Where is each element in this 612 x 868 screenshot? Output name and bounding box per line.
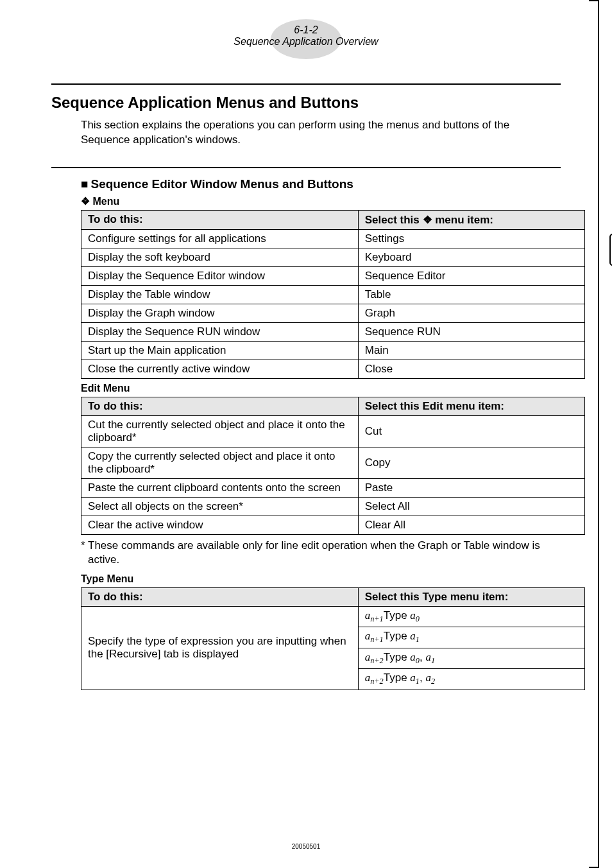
table-row: Clear the active windowClear All [81, 516, 585, 534]
var: a [410, 609, 416, 621]
table-row: Specify the type of expression you are i… [81, 607, 585, 627]
main-heading: Sequence Application Menus and Buttons [51, 94, 561, 112]
cell: Keyboard [358, 248, 584, 266]
sub: 2 [431, 677, 435, 686]
section-heading: ■Sequence Editor Window Menus and Button… [81, 177, 561, 191]
cell: an+2Type a0, a1 [358, 648, 584, 668]
cell: Display the Table window [81, 285, 359, 304]
txt: Type [384, 609, 411, 621]
table-row: Copy the currently selected object and p… [81, 447, 585, 478]
cell: an+1Type a0 [358, 607, 584, 627]
cell: Sequence Editor [358, 266, 584, 285]
cell: an+2Type a1, a2 [358, 669, 584, 690]
var: a [365, 672, 371, 684]
txt: , [420, 651, 425, 663]
page-right-rule [598, 0, 599, 868]
edit-table-col1: To do this: [81, 397, 359, 415]
divider [51, 83, 561, 85]
menu-table-col1: To do this: [81, 210, 359, 229]
sub: 1 [431, 656, 435, 665]
table-row: Display the Graph windowGraph [81, 304, 585, 322]
cell: Display the Sequence Editor window [81, 266, 359, 285]
table-row: Display the soft keyboardKeyboard [81, 248, 585, 266]
cell: an+1Type a1 [358, 627, 584, 648]
square-bullet-icon: ■ [81, 177, 88, 191]
var: a [365, 609, 371, 621]
cell: Sequence RUN [358, 322, 584, 341]
cell: Paste the current clipboard contents ont… [81, 478, 359, 497]
menu-subheading: ❖ Menu [81, 195, 561, 207]
var: a [410, 651, 416, 663]
sub: n+2 [370, 677, 384, 686]
edit-table: To do this: Select this Edit menu item: … [81, 397, 585, 535]
type-table-col2: Select this Type menu item: [358, 588, 584, 607]
txt: Type [384, 672, 411, 684]
table-row: Start up the Main applicationMain [81, 341, 585, 360]
sub: 0 [416, 614, 420, 623]
var: a [410, 630, 416, 642]
var: a [425, 651, 431, 663]
cell: Cut [358, 415, 584, 447]
cell: Graph [358, 304, 584, 322]
table-row: Display the Sequence Editor windowSequen… [81, 266, 585, 285]
section-heading-text: Sequence Editor Window Menus and Buttons [90, 177, 353, 191]
var: a [365, 630, 371, 642]
page-header-title: Sequence Application Overview [51, 36, 561, 48]
footer-id: 20050501 [292, 843, 321, 850]
cell: Select all objects on the screen* [81, 497, 359, 516]
cell: Configure settings for all applications [81, 229, 359, 248]
edit-footnote: * These commands are available only for … [81, 539, 561, 567]
table-row: Display the Sequence RUN windowSequence … [81, 322, 585, 341]
cell: Copy the currently selected object and p… [81, 447, 359, 478]
sub: n+2 [370, 656, 384, 665]
var: a [410, 672, 416, 684]
cell: Select All [358, 497, 584, 516]
menu-table-col2: Select this ❖ menu item: [358, 210, 584, 229]
table-row: Cut the currently selected object and pl… [81, 415, 585, 447]
sub: n+1 [370, 614, 384, 623]
page-corner-top [589, 0, 599, 10]
cell: Start up the Main application [81, 341, 359, 360]
cell: Clear All [358, 516, 584, 534]
cell: Cut the currently selected object and pl… [81, 415, 359, 447]
type-table-col1: To do this: [81, 588, 359, 607]
leaf-icon: ❖ [423, 214, 432, 226]
calculator-icon [609, 234, 612, 266]
col2-post: menu item: [432, 214, 493, 226]
cell: Display the soft keyboard [81, 248, 359, 266]
var: a [365, 651, 371, 663]
cell: Display the Graph window [81, 304, 359, 322]
type-subheading: Type Menu [81, 573, 561, 585]
menu-subheading-text: Menu [92, 196, 119, 207]
divider [51, 167, 561, 168]
edit-subheading: Edit Menu [81, 383, 561, 394]
leaf-icon: ❖ [81, 196, 90, 207]
intro-text: This section explains the operations you… [81, 118, 561, 148]
table-row: Close the currently active windowClose [81, 360, 585, 378]
sub: 1 [416, 636, 420, 645]
cell: Display the Sequence RUN window [81, 322, 359, 341]
menu-table: To do this: Select this ❖ menu item: Con… [81, 210, 585, 379]
edit-table-col2: Select this Edit menu item: [358, 397, 584, 415]
cell: Paste [358, 478, 584, 497]
type-table: To do this: Select this Type menu item: … [81, 587, 585, 690]
cell: Settings [358, 229, 584, 248]
table-row: Display the Table windowTable [81, 285, 585, 304]
page-number: 6-1-2 [51, 19, 561, 36]
table-row: Configure settings for all applicationsS… [81, 229, 585, 248]
cell: Main [358, 341, 584, 360]
cell: Close [358, 360, 584, 378]
col2-pre: Select this [365, 214, 423, 226]
cell: Close the currently active window [81, 360, 359, 378]
txt: , [420, 672, 425, 684]
cell: Copy [358, 447, 584, 478]
table-row: Paste the current clipboard contents ont… [81, 478, 585, 497]
page-header-badge: 6-1-2 Sequence Application Overview [51, 19, 561, 64]
txt: Type [384, 630, 411, 642]
txt: Type [384, 651, 411, 663]
cell: Clear the active window [81, 516, 359, 534]
var: a [425, 672, 431, 684]
type-left-merged: Specify the type of expression you are i… [81, 607, 359, 690]
page-corner-bottom [589, 858, 599, 868]
table-row: Select all objects on the screen*Select … [81, 497, 585, 516]
